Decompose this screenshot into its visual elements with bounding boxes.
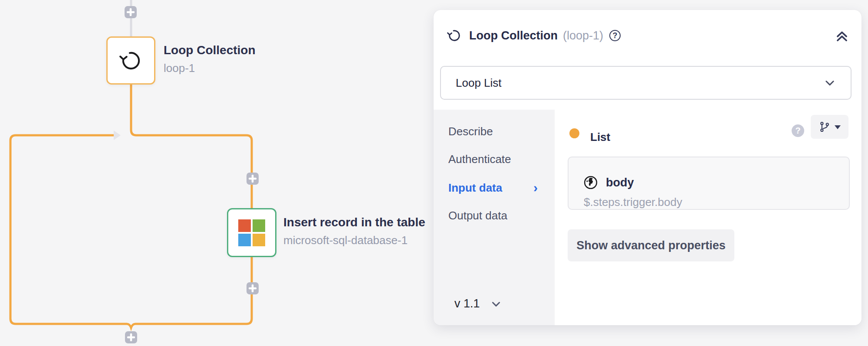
help-icon[interactable]: ? (609, 30, 621, 41)
tab-describe[interactable]: Describe (448, 124, 493, 139)
sql-node-label: Insert record in the table microsoft-sql… (283, 215, 425, 247)
show-advanced-properties-button[interactable]: Show advanced properties (568, 229, 734, 261)
chevron-down-icon (824, 77, 836, 89)
mapped-value-path: $.steps.trigger.body (584, 196, 682, 209)
help-glyph: ? (613, 31, 618, 40)
tab-label: Input data (448, 180, 502, 195)
plus-icon (249, 175, 256, 183)
chevron-right-icon: › (533, 180, 538, 195)
help-glyph: ? (795, 126, 800, 136)
sql-node-title: Insert record in the table (283, 215, 425, 229)
add-step-button-after-sql[interactable] (247, 282, 259, 294)
plus-icon (127, 8, 135, 16)
tab-authenticate[interactable]: Authenticate (448, 152, 511, 166)
operation-select-value: Loop List (456, 76, 502, 90)
double-chevron-up-icon (835, 29, 848, 42)
sql-insert-node[interactable] (227, 208, 276, 257)
field-help-icon[interactable]: ? (792, 124, 804, 137)
version-select[interactable]: v 1.1 (454, 297, 502, 310)
tab-label: Authenticate (448, 152, 511, 166)
operation-select[interactable]: Loop List (440, 66, 852, 100)
add-step-button-before-sql[interactable] (247, 173, 259, 185)
tab-output-data[interactable]: Output data (448, 208, 507, 223)
collapse-panel-button[interactable] (835, 29, 848, 42)
add-step-button-top[interactable] (125, 6, 137, 18)
panel-header: Loop Collection (loop-1) ? (447, 26, 848, 45)
panel-title: Loop Collection (469, 29, 558, 42)
chevron-down-icon (490, 298, 502, 310)
tab-label: Describe (448, 124, 493, 139)
loop-node-title: Loop Collection (164, 43, 256, 57)
step-id: (loop-1) (563, 29, 603, 42)
caret-down-icon (834, 124, 841, 130)
tab-label: Output data (448, 208, 507, 223)
loop-return-arrow-icon (114, 131, 121, 140)
loop-node-label: Loop Collection loop-1 (164, 43, 256, 75)
input-data-content: List ? body (555, 110, 861, 325)
loop-icon (118, 48, 144, 73)
required-field-dot-icon (569, 128, 579, 138)
add-step-button-bottom[interactable] (125, 331, 137, 343)
git-branch-icon (819, 121, 830, 133)
version-label: v 1.1 (454, 297, 480, 310)
list-field-label: List (590, 131, 610, 144)
panel-sidebar: Describe Authenticate Input data › Outpu… (434, 110, 555, 325)
tab-input-data[interactable]: Input data › (448, 180, 502, 195)
globe-icon (583, 175, 598, 190)
loop-icon (447, 28, 462, 43)
mapped-value-name: body (606, 176, 634, 189)
plus-icon (249, 284, 256, 292)
mapped-value-card[interactable]: body $.steps.trigger.body (568, 157, 850, 210)
sql-node-subtitle: microsoft-sql-database-1 (283, 234, 425, 247)
microsoft-logo-icon (238, 219, 265, 246)
mapping-mode-button[interactable] (811, 115, 848, 139)
loop-node-subtitle: loop-1 (164, 62, 256, 75)
loop-collection-node[interactable] (106, 36, 155, 85)
plus-icon (127, 333, 135, 341)
step-properties-panel: Loop Collection (loop-1) ? Loop List Des… (434, 10, 861, 325)
